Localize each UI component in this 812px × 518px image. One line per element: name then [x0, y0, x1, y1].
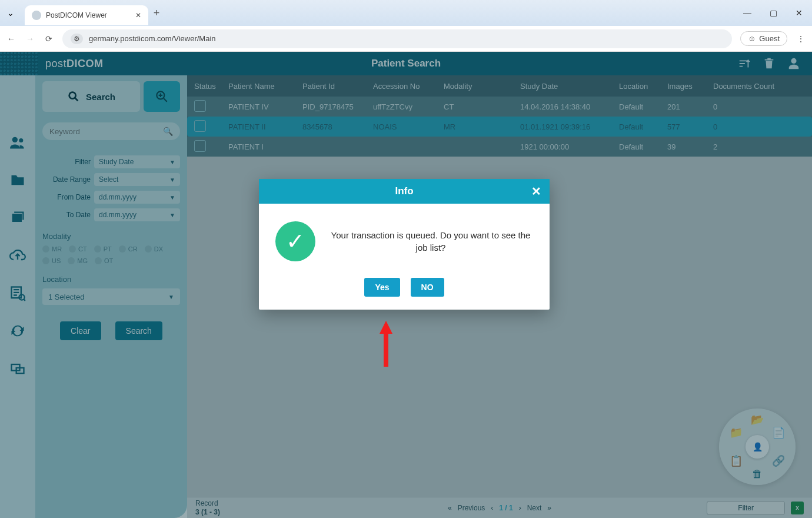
- person-icon: ☺: [748, 34, 756, 43]
- browser-tab-strip: ⌄ PostDICOM Viewer ✕ + — ▢ ✕: [0, 0, 812, 26]
- tab-list-button[interactable]: ⌄: [1, 4, 20, 22]
- dialog-title: Info: [395, 185, 413, 197]
- kebab-menu-icon[interactable]: ⋮: [796, 34, 806, 44]
- browser-tab[interactable]: PostDICOM Viewer ✕: [25, 5, 148, 25]
- profile-label: Guest: [759, 34, 780, 43]
- url-text: germany.postdicom.com/Viewer/Main: [89, 34, 216, 43]
- back-icon[interactable]: ←: [6, 34, 16, 44]
- browser-toolbar: ← → ⟳ ⚙ germany.postdicom.com/Viewer/Mai…: [0, 26, 812, 52]
- no-button[interactable]: NO: [411, 278, 444, 297]
- favicon: [32, 11, 41, 20]
- profile-chip[interactable]: ☺ Guest: [740, 31, 787, 46]
- site-settings-icon[interactable]: ⚙: [71, 34, 83, 44]
- close-icon[interactable]: ✕: [531, 184, 541, 198]
- address-bar[interactable]: ⚙ germany.postdicom.com/Viewer/Main: [62, 29, 732, 48]
- dialog-message: Your transaction is queued. Do you want …: [328, 229, 533, 254]
- success-check-icon: ✓: [275, 221, 315, 261]
- info-dialog: Info ✕ ✓ Your transaction is queued. Do …: [259, 179, 550, 310]
- close-tab-icon[interactable]: ✕: [135, 11, 141, 19]
- window-minimize[interactable]: —: [734, 0, 760, 26]
- yes-button[interactable]: Yes: [364, 278, 400, 297]
- reload-icon[interactable]: ⟳: [44, 34, 54, 44]
- new-tab-button[interactable]: +: [148, 7, 165, 19]
- annotation-arrow: [378, 326, 394, 371]
- window-maximize[interactable]: ▢: [760, 0, 786, 26]
- dialog-header: Info ✕: [259, 179, 550, 204]
- forward-icon: →: [25, 34, 35, 44]
- tab-title: PostDICOM Viewer: [46, 11, 107, 19]
- window-close[interactable]: ✕: [786, 0, 812, 26]
